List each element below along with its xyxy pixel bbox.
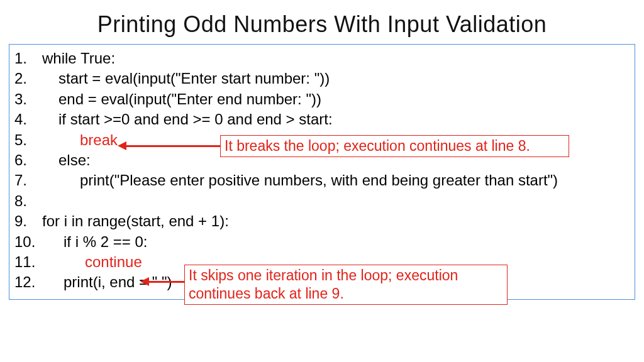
code-line: 1. while True: xyxy=(14,48,630,69)
code-line: 8. xyxy=(14,191,630,211)
line-number: 9. xyxy=(14,211,42,231)
line-number: 2. xyxy=(14,69,42,89)
code-line: 9. for i in range(start, end + 1): xyxy=(14,211,630,231)
code-text: start = eval(input("Enter start number: … xyxy=(42,69,330,89)
line-number: 12. xyxy=(14,272,47,292)
line-number: 11. xyxy=(14,252,47,272)
code-text: print(i, end = " ") xyxy=(47,272,172,292)
code-text: while True: xyxy=(42,48,115,69)
code-text: for i in range(start, end + 1): xyxy=(42,211,229,231)
callout-continue: It skips one iteration in the loop; exec… xyxy=(184,265,508,305)
code-text: else: xyxy=(42,150,91,170)
line-number: 8. xyxy=(14,191,42,211)
line-number: 6. xyxy=(14,150,42,170)
code-line: 3. end = eval(input("Enter end number: "… xyxy=(14,89,630,109)
page-title: Printing Odd Numbers With Input Validati… xyxy=(9,11,635,38)
code-text: end = eval(input("Enter end number: ")) xyxy=(42,89,321,109)
line-number: 5. xyxy=(14,130,42,150)
callout-break: It breaks the loop; execution continues … xyxy=(220,135,569,157)
code-listing: 1. while True: 2. start = eval(input("En… xyxy=(9,44,635,300)
keyword-continue: continue xyxy=(47,252,142,272)
code-line: 4. if start >=0 and end >= 0 and end > s… xyxy=(14,109,630,129)
line-number: 4. xyxy=(14,109,42,129)
code-line: 7. print("Please enter positive numbers,… xyxy=(14,170,630,190)
line-number: 10. xyxy=(14,232,47,252)
code-line: 10. if i % 2 == 0: xyxy=(14,232,630,252)
line-number: 3. xyxy=(14,89,42,109)
code-text: print("Please enter positive numbers, wi… xyxy=(42,170,558,190)
code-text: if i % 2 == 0: xyxy=(47,232,147,252)
line-number: 1. xyxy=(14,48,42,69)
code-text: if start >=0 and end >= 0 and end > star… xyxy=(42,109,333,129)
code-line: 2. start = eval(input("Enter start numbe… xyxy=(14,69,630,89)
slide: Printing Odd Numbers With Input Validati… xyxy=(0,0,644,362)
keyword-break: break xyxy=(42,130,118,150)
line-number: 7. xyxy=(14,170,42,190)
